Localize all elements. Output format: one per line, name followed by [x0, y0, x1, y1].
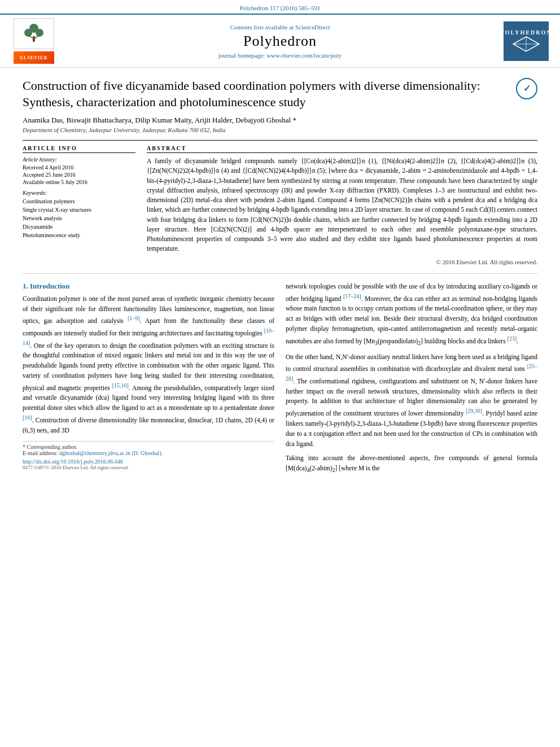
- elsevier-wordmark: ELSEVIER: [14, 51, 54, 64]
- journal-title: Polyhedron: [56, 33, 504, 50]
- article-info-panel: ARTICLE INFO Article history: Received 4…: [23, 145, 135, 265]
- body-section: 1. Introduction Coordination polymer is …: [23, 282, 537, 480]
- keyword-4: Dicyanamide: [23, 222, 135, 231]
- email-address[interactable]: dghoshal@chemistry.jdvu.ac.in (D. Ghosha…: [59, 450, 163, 456]
- authors: Anamika Das, Biswajit Bhattacharya, Dili…: [23, 116, 537, 125]
- ref-29-30: [29,30]: [466, 408, 482, 414]
- keyword-2: Single crystal X-ray structures: [23, 206, 135, 214]
- ref-10-14: [10–14]: [23, 327, 274, 346]
- received-date: Received 4 April 2016: [23, 164, 135, 171]
- ref-16b: [16]: [23, 414, 32, 421]
- journal-url: journal homepage: www.elsevier.com/locat…: [56, 52, 504, 59]
- abstract-text: A family of dicyanamide bridged compound…: [147, 156, 537, 254]
- right-paragraph-2: On the other hand, N,N′-donor auxiliary …: [286, 352, 537, 449]
- contents-available-text: Contents lists available at ScienceDirec…: [56, 24, 504, 30]
- keyword-1: Coordination polymers: [23, 197, 135, 206]
- ref-25-28: [25–28]: [286, 363, 537, 382]
- main-content: Construction of five dicyanamide based c…: [0, 78, 560, 479]
- crossmark-icon[interactable]: ✓: [516, 78, 537, 99]
- journal-header: ELSEVIER Contents lists available at Sci…: [0, 14, 560, 68]
- keywords-label: Keywords:: [23, 190, 135, 196]
- introduction-heading: 1. Introduction: [23, 282, 274, 291]
- right-paragraph-1: network topologies could be possible wit…: [286, 282, 537, 348]
- svg-line-9: [513, 37, 526, 44]
- svg-rect-3: [33, 36, 35, 42]
- top-bar: Polyhedron 117 (2016) 585–591: [0, 0, 560, 14]
- footnote-section: * Corresponding author. E-mail address: …: [23, 441, 274, 470]
- polyhedron-logo: POLYHEDRON: [504, 21, 549, 61]
- issn-text: 0277-5387/© 2016 Elsevier Ltd. All right…: [23, 465, 274, 470]
- keyword-3: Network analysis: [23, 214, 135, 222]
- svg-line-10: [526, 37, 539, 44]
- keyword-5: Photoluminescence study: [23, 231, 135, 239]
- abstract-title: ABSTRACT: [147, 145, 537, 153]
- body-right-column: network topologies could be possible wit…: [286, 282, 537, 480]
- article-info-abstract-section: ARTICLE INFO Article history: Received 4…: [23, 140, 537, 265]
- section-divider: [23, 273, 537, 274]
- affiliation: Department of Chemistry, Jadavpur Univer…: [23, 126, 537, 133]
- keywords-list: Coordination polymers Single crystal X-r…: [23, 197, 135, 239]
- ref-1-9: [1–9]: [128, 315, 140, 321]
- journal-url-link[interactable]: www.elsevier.com/locate/poly: [266, 52, 342, 59]
- available-date: Available online 5 July 2016: [23, 179, 135, 185]
- elsevier-tree-icon: [20, 23, 48, 45]
- copyright-line: © 2016 Elsevier Ltd. All rights reserved…: [147, 259, 537, 265]
- svg-text:✓: ✓: [523, 84, 531, 93]
- article-info-title: ARTICLE INFO: [23, 145, 135, 153]
- body-left-column: 1. Introduction Coordination polymer is …: [23, 282, 274, 480]
- article-title: Construction of five dicyanamide based c…: [23, 78, 510, 110]
- elsevier-logo: ELSEVIER: [11, 18, 56, 64]
- right-paragraph-3: Taking into account the above-mentioned …: [286, 453, 537, 475]
- ref-17-24: [17–24]: [343, 293, 361, 299]
- science-direct-link[interactable]: ScienceDirect: [295, 24, 330, 30]
- ref-23: [23]: [508, 335, 517, 342]
- article-title-section: Construction of five dicyanamide based c…: [23, 78, 537, 110]
- polyhedron-logo-text: POLYHEDRON: [501, 29, 552, 36]
- corresponding-author-note: * Corresponding author.: [23, 444, 274, 450]
- journal-header-center: Contents lists available at ScienceDirec…: [56, 24, 504, 59]
- accepted-date: Accepted 25 June 2016: [23, 172, 135, 178]
- journal-reference: Polyhedron 117 (2016) 585–591: [240, 5, 321, 11]
- ref-15-16: [15,16]: [112, 382, 129, 388]
- polyhedron-logo-icon: [512, 36, 540, 53]
- abstract-section: ABSTRACT A family of dicyanamide bridged…: [147, 145, 537, 265]
- email-note: E-mail address: dghoshal@chemistry.jdvu.…: [23, 450, 274, 456]
- doi-link[interactable]: http://dx.doi.org/10.1016/j.poly.2016.06…: [23, 458, 274, 465]
- intro-paragraph-1: Coordination polymer is one of the most …: [23, 294, 274, 436]
- article-history-label: Article history:: [23, 156, 135, 163]
